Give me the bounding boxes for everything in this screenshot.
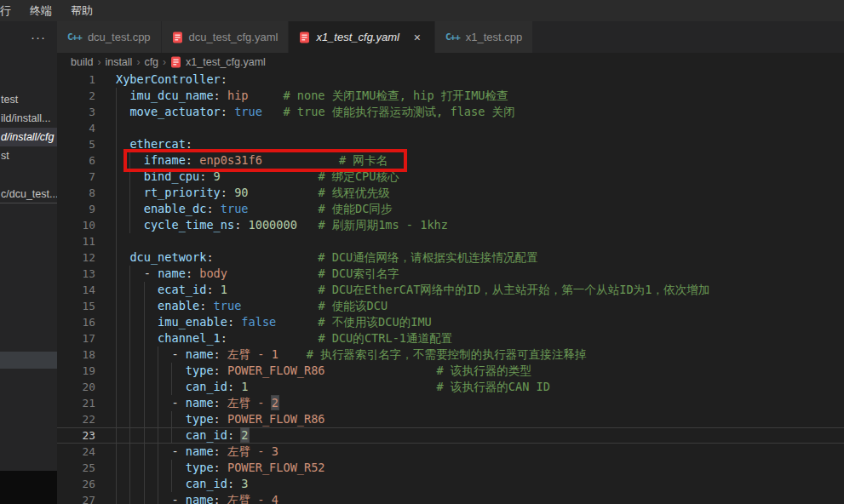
code-line-21[interactable]: 21 - name: 左臂 - 2 <box>57 395 844 411</box>
code-line-5[interactable]: 5 ethercat: <box>57 136 844 152</box>
code-line-14[interactable]: 14 ecat_id: 1 # DCU在EtherCAT网络中的ID，从主站开始… <box>57 282 844 298</box>
line-number: 17 <box>57 330 95 346</box>
code-text: ifname: enp0s31f6 # 网卡名 <box>116 152 388 169</box>
code-segment <box>214 202 221 215</box>
tab-dcu_test.cpp[interactable]: C++dcu_test.cpp <box>57 21 162 53</box>
code-segment: # 使能DC同步 <box>318 202 392 215</box>
tab-x1_test_cfg.yaml[interactable]: x1_test_cfg.yaml× <box>289 21 435 53</box>
code-line-25[interactable]: 25 type: POWER_FLOW_R52 <box>57 460 844 476</box>
indent-guide <box>144 411 145 427</box>
code-segment <box>249 89 284 102</box>
editor-pane[interactable]: build›install›cfg›x1_test_cfg.yaml 1Xybe… <box>57 53 844 504</box>
sidebar-item-2[interactable]: d/install/cfg <box>0 128 57 146</box>
code-segment: 9 <box>214 169 221 183</box>
code-text: rt_priority: 90 # 线程优先级 <box>116 185 390 201</box>
code-segment: : <box>186 266 192 280</box>
code-segment: imu_dcu_name <box>129 89 213 102</box>
indent-guide <box>129 492 130 504</box>
menu-item-1[interactable]: 终端 <box>22 2 60 20</box>
code-line-7[interactable]: 7 bind_cpu: 9 # 绑定CPU核心 <box>57 169 844 185</box>
code-line-11[interactable]: 11 <box>57 233 844 249</box>
code-line-16[interactable]: 16 imu_enable: false # 不使用该DCU的IMU <box>57 314 844 330</box>
indent-guide <box>144 298 145 314</box>
indent-guide <box>129 217 130 233</box>
code-line-2[interactable]: 2 imu_dcu_name: hip # none 关闭IMU检查, hip … <box>57 88 844 104</box>
code-segment <box>249 202 319 215</box>
code-line-20[interactable]: 20 can_id: 1 # 该执行器的CAN ID <box>57 379 844 395</box>
code-line-27[interactable]: 27 - name: 左臂 - 4 <box>57 492 844 504</box>
code-area[interactable]: 1XyberController:2 imu_dcu_name: hip # n… <box>57 72 844 504</box>
code-segment <box>116 315 158 329</box>
menu-item-0[interactable]: 行 <box>0 2 19 20</box>
code-line-10[interactable]: 10 cycle_time_ns: 1000000 # 刷新周期1ms - 1k… <box>57 217 844 233</box>
code-line-15[interactable]: 15 enable: true # 使能该DCU <box>57 298 844 314</box>
code-segment <box>116 412 186 426</box>
code-segment: # true 使能执行器运动测试, flase 关闭 <box>283 105 514 118</box>
menu-item-2[interactable]: 帮助 <box>63 2 100 20</box>
code-segment <box>249 380 437 393</box>
code-line-4[interactable]: 4 <box>57 120 844 136</box>
chevron-right-icon: › <box>163 56 166 68</box>
line-number: 6 <box>57 152 95 169</box>
code-segment: : <box>186 137 192 151</box>
code-line-18[interactable]: 18 - name: 左臂 - 1 # 执行器索引名字，不需要控制的执行器可直接… <box>57 346 844 363</box>
code-line-13[interactable]: 13 - name: body # DCU索引名字 <box>57 266 844 282</box>
line-number: 14 <box>57 282 95 298</box>
breadcrumb-item-install[interactable]: install <box>105 56 132 68</box>
sidebar-item-0[interactable]: test <box>0 90 57 109</box>
code-line-8[interactable]: 8 rt_priority: 90 # 线程优先级 <box>57 185 844 201</box>
indent-guide <box>171 460 172 476</box>
code-segment: body <box>199 266 227 280</box>
indent-guide <box>144 346 145 363</box>
indent-guide <box>129 201 130 217</box>
tab-x1_test.cpp[interactable]: C++x1_test.cpp <box>435 21 533 53</box>
indent-guide <box>116 201 117 217</box>
code-line-26[interactable]: 26 can_id: 3 <box>57 476 844 492</box>
code-line-24[interactable]: 24 - name: 左臂 - 3 <box>57 444 844 460</box>
code-line-3[interactable]: 3 move_actuator: true # true 使能执行器运动测试, … <box>57 104 844 120</box>
code-segment: : <box>227 477 234 490</box>
code-line-9[interactable]: 9 enable_dc: true # 使能DC同步 <box>57 201 844 217</box>
close-icon[interactable]: × <box>411 32 424 43</box>
indent-guide <box>129 444 130 460</box>
code-segment: true <box>214 299 242 312</box>
code-line-6[interactable]: 6 ifname: enp0s31f6 # 网卡名 <box>57 152 844 169</box>
code-line-19[interactable]: 19 type: POWER_FLOW_R86 # 该执行器的类型 <box>57 363 844 379</box>
code-line-22[interactable]: 22 type: POWER_FLOW_R86 <box>57 411 844 427</box>
indent-guide <box>116 233 117 249</box>
breadcrumb-item-build[interactable]: build <box>71 56 93 68</box>
breadcrumb-file[interactable]: x1_test_cfg.yaml <box>170 56 266 68</box>
code-text: can_id: 1 # 该执行器的CAN ID <box>116 379 550 395</box>
indent-guide <box>116 330 117 346</box>
menu-bar: 行终端帮助 <box>0 0 844 21</box>
sidebar-item-4[interactable]: c/dcu_test... <box>0 185 57 203</box>
code-segment: bind_cpu <box>144 169 199 183</box>
code-text: channel_1: # DCU的CTRL-1通道配置 <box>116 330 452 346</box>
sidebar-panel[interactable]: testild/install...d/install/cfgstc/dcu_t… <box>0 53 57 504</box>
indent-guide <box>158 411 158 427</box>
indent-guide <box>158 428 158 443</box>
code-segment <box>214 250 319 264</box>
code-text: cycle_time_ns: 1000000 # 刷新周期1ms - 1khz <box>116 217 448 233</box>
indent-guide <box>129 379 130 395</box>
code-line-17[interactable]: 17 channel_1: # DCU的CTRL-1通道配置 <box>57 330 844 346</box>
indent-guide <box>129 411 130 427</box>
sidebar-item-3[interactable]: st <box>0 146 57 165</box>
code-segment <box>221 396 227 410</box>
indent-guide <box>144 428 145 443</box>
code-line-1[interactable]: 1XyberController: <box>57 72 844 88</box>
breadcrumb-item-cfg[interactable]: cfg <box>144 56 158 68</box>
line-number: 18 <box>57 346 95 363</box>
sidebar-item-1[interactable]: ild/install... <box>0 109 57 128</box>
indent-guide <box>116 266 117 282</box>
sidebar-item-5[interactable] <box>0 352 57 369</box>
indent-guide <box>158 346 158 363</box>
code-line-23[interactable]: 23 can_id: 2 <box>57 427 844 444</box>
code-line-12[interactable]: 12 dcu_network: # DCU通信网络，请根据实机连接情况配置 <box>57 249 844 266</box>
code-segment: # DCU在EtherCAT网络中的ID，从主站开始，第一个从站ID为1，依次增… <box>318 283 709 296</box>
tab-dcu_test_cfg.yaml[interactable]: dcu_test_cfg.yaml <box>162 21 290 53</box>
indent-guide <box>129 152 130 169</box>
code-segment: 左臂 - <box>227 396 272 410</box>
indent-guide <box>144 492 145 504</box>
more-actions-button[interactable]: ··· <box>0 21 57 53</box>
